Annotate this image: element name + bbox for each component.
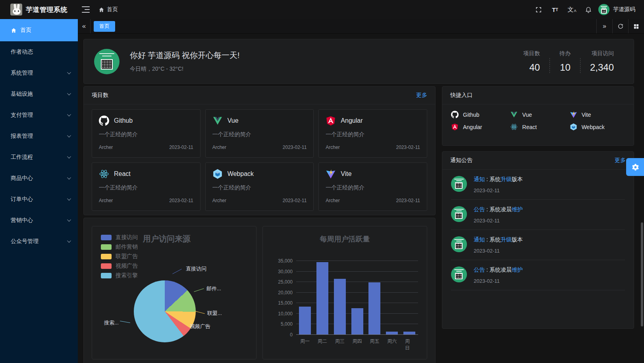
x-axis-tick: 周二 xyxy=(318,338,327,345)
translate-icon[interactable]: 文A xyxy=(565,3,578,16)
quick-entry-react[interactable]: React xyxy=(510,123,565,131)
project-card-vite[interactable]: Vite 一个正经的简介 Archer 2023-02-11 xyxy=(318,162,427,211)
quick-entry-label: Github xyxy=(463,112,479,118)
legend-swatch xyxy=(101,244,112,250)
notice-item-3[interactable]: 公告 : 系统凌晨维护 2023-02-11 xyxy=(442,260,634,284)
theme-settings-button[interactable] xyxy=(626,158,644,176)
notice-item-date: 2023-02-11 xyxy=(474,278,625,284)
welcome-card: 你好 芋道源码 祝你开心每一天! 今日晴，20°C - 32°C! 项目数 40… xyxy=(83,39,634,84)
sidebar-item-8[interactable]: 订单中心 xyxy=(0,189,78,210)
sidebar-item-7[interactable]: 商品中心 xyxy=(0,168,78,189)
project-card-github[interactable]: Github 一个正经的简介 Archer 2023-02-11 xyxy=(92,109,201,158)
notice-list: 通知 : 系统升级版本 2023-02-11 公告 : 系统凌晨维护 2023-… xyxy=(442,170,634,290)
bar-周一[interactable] xyxy=(299,307,311,334)
pie-chart-card: 直接访问 邮件营销 联盟广告 视频广告 搜索引擎用户访问来源直接访问邮件...联… xyxy=(92,226,256,359)
project-author: Archer xyxy=(99,145,113,150)
tabs-scroll-left-icon[interactable]: « xyxy=(78,19,91,33)
refresh-icon[interactable] xyxy=(612,19,628,33)
bar-周二[interactable] xyxy=(316,262,328,334)
legend-label: 直接访问 xyxy=(116,234,138,241)
chevron-down-icon xyxy=(67,70,71,74)
notice-segment: 公告 xyxy=(474,206,485,212)
notice-item-1[interactable]: 公告 : 系统凌晨维护 2023-02-11 xyxy=(442,200,634,224)
page-scrollbar-thumb[interactable] xyxy=(641,222,643,326)
tabs-scroll-right-icon[interactable]: » xyxy=(596,19,612,33)
breadcrumb[interactable]: 首页 xyxy=(98,6,118,13)
notice-item-0[interactable]: 通知 : 系统升级版本 2023-02-11 xyxy=(442,170,634,193)
y-axis-tick: 10,000 xyxy=(278,311,293,317)
quick-entry-title: 快捷入口 xyxy=(450,92,472,99)
legend-item[interactable]: 搜索引擎 xyxy=(101,271,138,280)
vue-icon xyxy=(510,111,518,118)
webpack-icon xyxy=(570,123,577,131)
user-menu[interactable]: 芋道源码 xyxy=(598,4,635,15)
github-icon xyxy=(99,116,109,126)
project-name: Vue xyxy=(228,117,239,124)
sidebar-item-6[interactable]: 工作流程 xyxy=(0,147,78,168)
layout-grid-icon[interactable] xyxy=(628,19,644,33)
quick-entry-label: Vue xyxy=(522,112,532,118)
react-icon xyxy=(99,169,109,179)
x-axis-tick: 周四 xyxy=(353,338,362,345)
legend-item[interactable]: 邮件营销 xyxy=(101,242,138,252)
quick-entry-vite[interactable]: Vite xyxy=(570,111,625,118)
notice-more-link[interactable]: 更多 xyxy=(615,157,626,164)
main-content: 你好 芋道源码 祝你开心每一天! 今日晴，20°C - 32°C! 项目数 40… xyxy=(78,34,644,363)
sidebar-item-2[interactable]: 系统管理 xyxy=(0,62,78,83)
notice-segment: 维护 xyxy=(512,206,523,212)
sidebar-item-label: 首页 xyxy=(20,27,70,34)
notice-item-date: 2023-02-11 xyxy=(474,218,625,224)
stat-label: 待办 xyxy=(559,50,571,57)
chevron-down-icon xyxy=(67,133,71,137)
sidebar-item-5[interactable]: 报表管理 xyxy=(0,126,78,147)
legend-item[interactable]: 视频广告 xyxy=(101,261,138,271)
stat-value: 40 xyxy=(523,62,540,73)
project-name: Github xyxy=(114,117,133,124)
notice-item-2[interactable]: 通知 : 系统升级版本 2023-02-11 xyxy=(442,230,634,254)
fullscreen-icon[interactable] xyxy=(532,3,545,16)
sidebar-item-4[interactable]: 支付管理 xyxy=(0,104,78,126)
sidebar-item-0[interactable]: 首页 xyxy=(0,19,78,41)
quick-entry-angular[interactable]: Angular xyxy=(451,123,506,131)
pie-label-line xyxy=(172,269,181,274)
notice-item-date: 2023-02-11 xyxy=(474,187,625,193)
quick-entry-webpack[interactable]: Webpack xyxy=(570,123,625,131)
user-name: 芋道源码 xyxy=(613,6,635,13)
chevron-down-icon xyxy=(67,239,71,243)
legend-label: 联盟广告 xyxy=(116,253,138,260)
bar-周五[interactable] xyxy=(368,282,380,334)
sidebar-item-10[interactable]: 公众号管理 xyxy=(0,231,78,252)
logo-zone[interactable]: 芋道管理系统 xyxy=(0,4,78,15)
bar-周四[interactable] xyxy=(351,308,363,334)
notice-segment: : 系统 xyxy=(485,176,501,182)
legend-item[interactable]: 直接访问 xyxy=(101,233,138,242)
x-axis-tick: 周六 xyxy=(387,338,397,345)
sidebar-item-9[interactable]: 营销中心 xyxy=(0,210,78,231)
bar-plot-area: 05,00010,00015,00020,00025,00030,00035,0… xyxy=(296,261,418,334)
project-card-angular[interactable]: Angular 一个正经的简介 Archer 2023-02-11 xyxy=(318,109,427,158)
project-card-vue[interactable]: Vue 一个正经的简介 Archer 2023-02-11 xyxy=(205,109,314,158)
collapse-menu-icon[interactable] xyxy=(82,6,90,13)
sidebar-item-label: 公众号管理 xyxy=(11,238,67,245)
bell-icon[interactable] xyxy=(582,3,595,16)
welcome-stat-0: 项目数 40 xyxy=(514,50,550,73)
bar-周三[interactable] xyxy=(334,279,346,334)
sidebar-item-1[interactable]: 作者动态 xyxy=(0,41,78,62)
projects-more-link[interactable]: 更多 xyxy=(416,92,427,99)
project-desc: 一个正经的简介 xyxy=(212,184,307,191)
sidebar-item-label: 基础设施 xyxy=(11,91,67,98)
project-desc: 一个正经的简介 xyxy=(326,184,420,191)
font-size-icon[interactable]: TT xyxy=(548,3,562,16)
pie-chart[interactable] xyxy=(134,280,196,342)
legend-item[interactable]: 联盟广告 xyxy=(101,252,138,261)
sidebar-item-3[interactable]: 基础设施 xyxy=(0,83,78,104)
bar-周六[interactable] xyxy=(386,332,398,334)
project-card-webpack[interactable]: Webpack 一个正经的简介 Archer 2023-02-11 xyxy=(205,162,314,211)
bar-周日[interactable] xyxy=(403,332,415,334)
project-card-react[interactable]: React 一个正经的简介 Archer 2023-02-11 xyxy=(92,162,201,211)
quick-entry-github[interactable]: Github xyxy=(451,111,506,118)
stat-label: 项目访问 xyxy=(590,50,614,57)
notice-panel: 通知公告 更多 通知 : 系统升级版本 2023-02-11 公告 : 系统凌晨… xyxy=(442,151,634,329)
tab-0[interactable]: 首页 xyxy=(94,21,115,32)
quick-entry-vue[interactable]: Vue xyxy=(510,111,565,118)
